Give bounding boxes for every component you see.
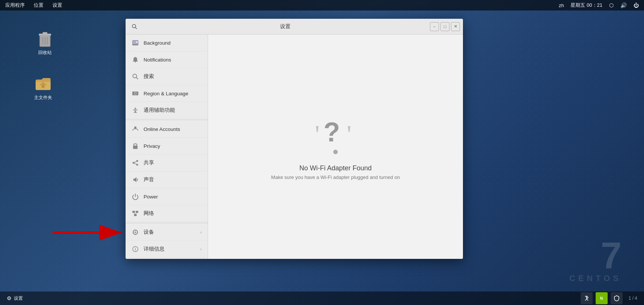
- centos-number: 7: [601, 234, 622, 276]
- taskbar: ⚙ 设置 N 1 / 4: [0, 291, 644, 305]
- minimize-button[interactable]: −: [430, 22, 439, 31]
- trash-desktop-icon[interactable]: 回收站: [30, 30, 60, 56]
- devices-arrow: ›: [200, 230, 202, 234]
- topbar-left: 应用程序 位置 设置: [4, 1, 64, 9]
- accessibility-icon: [132, 107, 139, 114]
- svg-text:': ': [347, 120, 352, 149]
- background-icon: [132, 39, 139, 47]
- region-icon: [132, 90, 139, 97]
- window-titlebar: 设置 − □ ✕: [126, 19, 463, 35]
- details-icon: i: [132, 245, 139, 253]
- svg-point-17: [132, 24, 136, 28]
- region-label: Region & Language: [144, 91, 188, 96]
- centos-text: CENTOS: [569, 274, 622, 282]
- svg-text:': ': [315, 120, 320, 149]
- power-sidebar-icon: [132, 193, 139, 200]
- app-menu[interactable]: 应用程序: [4, 1, 26, 9]
- svg-rect-29: [133, 146, 138, 149]
- red-arrow: [49, 223, 131, 242]
- sidebar-item-online-accounts[interactable]: Online Accounts: [126, 121, 208, 138]
- topbar-right: zh 星期五 00：21 ⬡ 🔊 ⏻: [557, 1, 640, 9]
- sidebar-item-devices[interactable]: 设备 ›: [126, 224, 208, 241]
- sound-label: 声音: [144, 176, 154, 183]
- sidebar-separator-2: [126, 223, 208, 223]
- topbar-lang[interactable]: zh: [557, 2, 566, 9]
- taskbar-settings-item[interactable]: ⚙ 设置: [4, 294, 26, 303]
- window-title: 设置: [141, 23, 430, 30]
- position-menu[interactable]: 位置: [32, 1, 45, 9]
- notifications-icon: [132, 56, 139, 63]
- close-button[interactable]: ✕: [451, 22, 460, 31]
- maximize-button[interactable]: □: [440, 22, 449, 31]
- network-label: 网络: [144, 210, 154, 217]
- bluetooth-icon[interactable]: [581, 292, 593, 304]
- svg-rect-22: [135, 62, 136, 63]
- settings-window: 设置 − □ ✕ Background: [126, 19, 463, 259]
- svg-line-33: [134, 161, 136, 162]
- no-wifi-subtitle: Make sure you have a Wi-Fi adapter plugg…: [271, 174, 400, 180]
- devices-label: 设备: [144, 229, 154, 236]
- trash-icon: [36, 30, 54, 48]
- sidebar-item-background[interactable]: Background: [126, 35, 208, 51]
- folder-desktop-icon[interactable]: 主文件夹: [28, 75, 58, 101]
- details-arrow: ›: [200, 247, 202, 251]
- network-icon[interactable]: ⬡: [608, 2, 615, 9]
- svg-point-30: [136, 160, 138, 162]
- network-sidebar-icon: [132, 210, 139, 217]
- sidebar-item-network[interactable]: 网络: [126, 205, 208, 222]
- svg-rect-37: [134, 214, 137, 216]
- sidebar: Background Notifications 搜索: [126, 35, 208, 259]
- svg-line-38: [134, 213, 136, 214]
- sidebar-item-region[interactable]: Region & Language: [126, 85, 208, 102]
- taskbar-right: N 1 / 4: [581, 292, 640, 304]
- nvidia-icon[interactable]: N: [596, 292, 608, 304]
- sidebar-item-power[interactable]: Power: [126, 188, 208, 205]
- sidebar-item-accessibility[interactable]: 通用辅助功能: [126, 102, 208, 119]
- details-label: 详细信息: [144, 246, 165, 252]
- topbar: 应用程序 位置 设置 zh 星期五 00：21 ⬡ 🔊 ⏻: [0, 0, 644, 11]
- sidebar-item-search[interactable]: 搜索: [126, 68, 208, 85]
- taskbar-settings-label: 设置: [14, 295, 23, 302]
- sidebar-item-details[interactable]: i 详细信息 ›: [126, 241, 208, 258]
- sound-icon: [132, 176, 139, 183]
- topbar-datetime: 星期五 00：21: [569, 1, 604, 9]
- svg-line-39: [135, 213, 137, 214]
- centos-watermark: 7 CENTOS: [569, 237, 622, 282]
- svg-rect-36: [136, 211, 138, 213]
- shield-icon[interactable]: [611, 292, 623, 304]
- settings-gear-icon: ⚙: [7, 295, 12, 301]
- search-label: 搜索: [144, 73, 154, 80]
- svg-text:?: ?: [323, 117, 340, 147]
- accessibility-label: 通用辅助功能: [144, 107, 175, 114]
- window-controls: − □ ✕: [430, 22, 460, 31]
- sidebar-item-sharing[interactable]: 共享: [126, 155, 208, 171]
- sidebar-item-sound[interactable]: 声音: [126, 171, 208, 188]
- page-indicator: 1 / 4: [626, 294, 640, 302]
- svg-line-18: [135, 27, 137, 29]
- devices-icon: [132, 228, 139, 236]
- no-wifi-icon: ' ' ?: [313, 113, 358, 158]
- no-wifi-title: No Wi-Fi Adapter Found: [299, 164, 371, 172]
- main-content: ' ' ? No Wi-Fi Adapter Found Make sure y…: [208, 35, 463, 259]
- window-body: Background Notifications 搜索: [126, 35, 463, 259]
- svg-point-31: [133, 162, 135, 164]
- svg-point-51: [333, 150, 338, 154]
- svg-point-27: [135, 108, 136, 109]
- svg-rect-35: [132, 211, 135, 213]
- online-accounts-icon: [132, 125, 139, 133]
- privacy-icon: [132, 142, 139, 150]
- sidebar-item-privacy[interactable]: Privacy: [126, 138, 208, 155]
- search-sidebar-icon: [132, 73, 139, 80]
- svg-point-32: [136, 164, 138, 166]
- sidebar-item-notifications[interactable]: Notifications: [126, 51, 208, 68]
- svg-line-24: [136, 77, 138, 79]
- power-icon[interactable]: ⏻: [632, 2, 640, 9]
- background-label: Background: [144, 40, 171, 46]
- notifications-label: Notifications: [144, 57, 171, 63]
- trash-label: 回收站: [38, 50, 52, 56]
- volume-icon[interactable]: 🔊: [619, 2, 628, 9]
- search-button[interactable]: [129, 21, 141, 32]
- desktop: 应用程序 位置 设置 zh 星期五 00：21 ⬡ 🔊 ⏻: [0, 0, 644, 305]
- settings-menu[interactable]: 设置: [51, 1, 64, 9]
- privacy-label: Privacy: [144, 143, 160, 149]
